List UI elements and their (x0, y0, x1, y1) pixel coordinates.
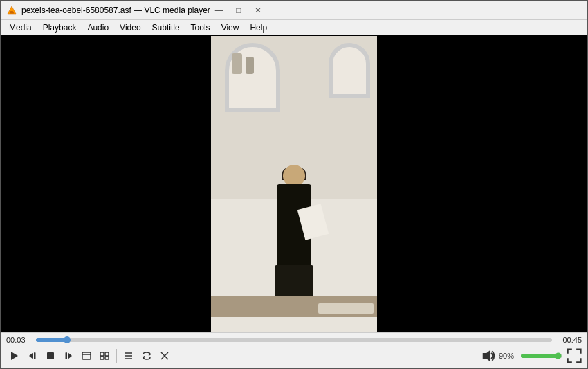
time-current: 00:03 (6, 336, 30, 344)
fullscreen-icon (82, 351, 91, 361)
papers-on-table (318, 303, 374, 314)
time-total: 00:45 (558, 336, 582, 344)
playlist-icon (124, 351, 134, 361)
fullscreen-expand-icon (567, 348, 582, 363)
volume-button[interactable] (481, 348, 496, 363)
svg-rect-11 (100, 352, 104, 356)
x-icon (160, 351, 169, 361)
fullscreen-button[interactable] (567, 348, 582, 363)
svg-rect-5 (34, 352, 36, 359)
menu-media[interactable]: Media (3, 20, 37, 35)
svg-marker-3 (11, 352, 18, 360)
volume-fill (521, 354, 558, 358)
maximize-button[interactable]: □ (230, 3, 248, 17)
svg-rect-6 (47, 352, 54, 359)
playlist-button[interactable] (120, 348, 137, 364)
window-title: pexels-tea-oebel-6580587.asf — VLC media… (21, 6, 210, 15)
progress-row: 00:03 00:45 (1, 333, 587, 345)
svg-rect-14 (105, 357, 109, 359)
progress-bar[interactable] (36, 338, 552, 342)
minimize-button[interactable]: — (210, 3, 228, 17)
play-icon (10, 351, 19, 361)
menu-playback[interactable]: Playback (37, 20, 82, 35)
svg-marker-7 (68, 352, 72, 359)
menu-help[interactable]: Help (244, 20, 273, 35)
close-button[interactable]: ✕ (249, 3, 267, 17)
progress-fill (36, 338, 67, 342)
loop-button[interactable] (138, 348, 155, 364)
titlebar: pexels-tea-oebel-6580587.asf — VLC media… (1, 1, 587, 20)
next-icon (64, 351, 73, 361)
shelf-object-1 (232, 53, 242, 74)
extended-controls-button[interactable] (96, 348, 113, 364)
window-controls: — □ ✕ (210, 3, 267, 17)
menubar: Media Playback Audio Video Subtitle Tool… (1, 20, 587, 35)
volume-bar[interactable] (521, 354, 562, 358)
menu-view[interactable]: View (216, 20, 245, 35)
svg-marker-20 (483, 350, 490, 362)
random-button[interactable] (156, 348, 173, 364)
volume-percentage: 90% (499, 352, 518, 360)
separator-1 (116, 349, 117, 363)
shelf-arch-right (329, 43, 370, 98)
svg-rect-9 (82, 352, 91, 359)
svg-rect-2 (10, 12, 14, 14)
controls-area: 00:03 00:45 (1, 332, 587, 368)
svg-rect-1 (10, 11, 13, 12)
svg-rect-8 (66, 352, 68, 359)
vlc-icon (6, 5, 17, 16)
next-button[interactable] (60, 348, 77, 364)
volume-area: 90% (481, 348, 562, 363)
video-frame (211, 36, 377, 332)
svg-rect-13 (100, 357, 104, 359)
loop-icon (142, 351, 151, 361)
svg-marker-4 (29, 352, 33, 359)
svg-rect-12 (105, 352, 109, 356)
menu-video[interactable]: Video (114, 20, 146, 35)
stop-icon (46, 351, 55, 361)
stop-button[interactable] (42, 348, 59, 364)
buttons-row: 90% (1, 345, 587, 368)
menu-tools[interactable]: Tools (185, 20, 216, 35)
extended-icon (100, 351, 109, 361)
prev-icon (28, 351, 37, 361)
progress-thumb (64, 336, 71, 343)
menu-subtitle[interactable]: Subtitle (147, 20, 185, 35)
fullscreen-toggle-button[interactable] (78, 348, 95, 364)
volume-icon (481, 348, 496, 363)
prev-button[interactable] (24, 348, 41, 364)
figure (259, 165, 329, 317)
volume-thumb (555, 353, 562, 359)
shelf-object-2 (246, 57, 254, 74)
video-area[interactable] (1, 35, 587, 332)
play-button[interactable] (6, 348, 23, 364)
menu-audio[interactable]: Audio (82, 20, 114, 35)
